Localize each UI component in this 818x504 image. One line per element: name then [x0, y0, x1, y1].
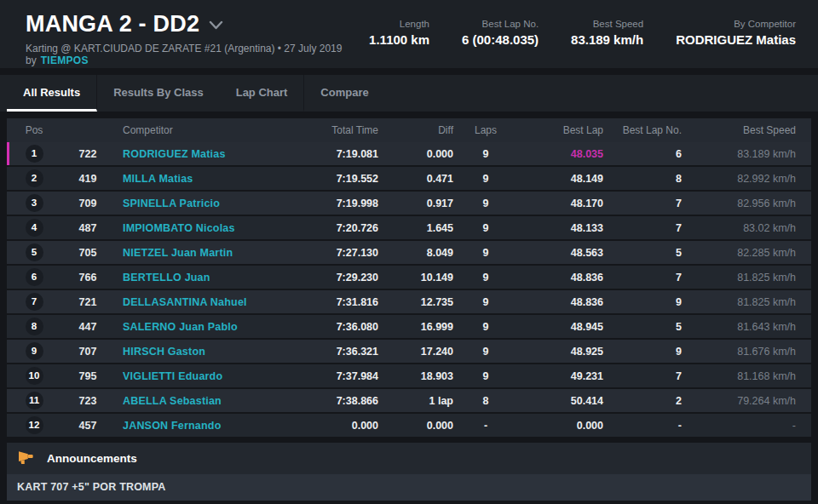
- best-lap-cell: 50.414: [516, 395, 605, 407]
- competitor-name-link[interactable]: VIGLIETTI Eduardo: [114, 370, 279, 382]
- table-row[interactable]: 2 419 MILLA Matias 7:19.552 0.471 9 48.1…: [7, 165, 811, 190]
- best-speed-cell: 82.992 km/h: [683, 173, 811, 185]
- total-time-cell: 7:19.998: [279, 198, 380, 209]
- diff-cell: 8.049: [380, 247, 455, 259]
- best-lap-no-cell: 9: [605, 346, 683, 358]
- best-lap-no-cell: 7: [605, 370, 683, 382]
- stat-best-lap-no-value: 6 (00:48.035): [462, 32, 539, 47]
- stat-best-lap-no: Best Lap No. 6 (00:48.035): [462, 19, 539, 47]
- table-row[interactable]: 4 487 IMPIOMBATO Nicolas 7:20.726 1.645 …: [7, 215, 811, 239]
- tiempos-link[interactable]: TIEMPOS: [41, 54, 89, 66]
- kart-number-cell: 487: [61, 222, 114, 234]
- diff-cell: 1 lap: [380, 395, 455, 407]
- best-lap-no-cell: 2: [605, 395, 683, 407]
- stat-length: Length 1.1100 km: [369, 19, 429, 47]
- best-speed-cell: 81.168 km/h: [683, 370, 811, 382]
- position-badge: 10: [26, 367, 43, 385]
- kart-number-cell: 722: [61, 148, 114, 160]
- table-row[interactable]: 9 707 HIRSCH Gaston 7:36.321 17.240 9 48…: [7, 338, 811, 363]
- laps-cell: 9: [455, 173, 516, 185]
- total-time-cell: 7:36.321: [279, 346, 380, 358]
- laps-cell: 9: [455, 272, 516, 284]
- kart-number-cell: 721: [61, 296, 114, 308]
- total-time-cell: 7:31.816: [279, 296, 380, 308]
- session-subtitle: Karting @ KART.CIUDAD DE ZARATE #21 (Arg…: [26, 43, 369, 66]
- competitor-name-link[interactable]: JANSON Fernando: [114, 420, 279, 432]
- table-row[interactable]: 6 766 BERTELLO Juan 7:29.230 10.149 9 48…: [7, 264, 811, 289]
- tab-all-results[interactable]: All Results: [7, 75, 97, 112]
- competitor-name-link[interactable]: BERTELLO Juan: [114, 272, 279, 284]
- table-row[interactable]: 3 709 SPINELLA Patricio 7:19.998 0.917 9…: [7, 190, 811, 215]
- competitor-name-link[interactable]: SPINELLA Patricio: [114, 198, 279, 209]
- col-header-competitor: Competitor: [114, 124, 279, 136]
- position-cell: 3: [7, 194, 61, 212]
- best-speed-cell: 81.825 km/h: [683, 272, 811, 284]
- laps-cell: 8: [455, 395, 516, 407]
- session-stats: Length 1.1100 km Best Lap No. 6 (00:48.0…: [369, 19, 796, 47]
- diff-cell: 16.999: [380, 321, 455, 333]
- table-header-row: Pos Competitor Total Time Diff Laps Best…: [7, 118, 811, 142]
- table-row[interactable]: 10 795 VIGLIETTI Eduardo 7:37.984 18.903…: [7, 363, 811, 387]
- diff-cell: 0.000: [380, 420, 455, 432]
- best-speed-cell: 83.189 km/h: [683, 148, 811, 160]
- competitor-name-link[interactable]: NIETZEL Juan Martin: [114, 247, 279, 259]
- position-badge: 3: [26, 194, 43, 212]
- stat-best-lap-no-label: Best Lap No.: [462, 19, 539, 29]
- competitor-name-link[interactable]: MILLA Matias: [114, 173, 279, 185]
- col-header-best-speed: Best Speed: [683, 124, 811, 136]
- competitor-name-link[interactable]: SALERNO Juan Pablo: [114, 321, 279, 333]
- best-lap-no-cell: -: [605, 420, 683, 432]
- position-badge: 1: [26, 145, 43, 163]
- best-lap-no-cell: 7: [605, 198, 683, 209]
- best-speed-cell: 79.264 km/h: [683, 395, 811, 407]
- best-speed-cell: 82.956 km/h: [683, 198, 811, 209]
- stat-length-value: 1.1100 km: [369, 32, 429, 47]
- position-cell: 2: [7, 169, 61, 187]
- competitor-name-link[interactable]: DELLASANTINA Nahuel: [114, 296, 279, 308]
- kart-number-cell: 709: [61, 198, 114, 209]
- position-cell: 9: [7, 342, 61, 360]
- tab-results-by-class[interactable]: Results By Class: [97, 75, 220, 112]
- position-cell: 1: [7, 145, 61, 163]
- laps-cell: 9: [455, 222, 516, 234]
- tab-lap-chart[interactable]: Lap Chart: [220, 75, 305, 112]
- stat-by-competitor-value: RODRIGUEZ Matias: [676, 32, 796, 47]
- best-speed-cell: 83.02 km/h: [683, 222, 811, 234]
- total-time-cell: 7:19.552: [279, 173, 380, 185]
- table-row[interactable]: 12 457 JANSON Fernando 0.000 0.000 - 0.0…: [7, 412, 811, 437]
- position-cell: 11: [7, 392, 61, 410]
- position-badge: 11: [26, 392, 43, 410]
- position-badge: 7: [26, 293, 43, 311]
- stat-by-competitor: By Competitor RODRIGUEZ Matias: [676, 19, 796, 47]
- table-row[interactable]: 8 447 SALERNO Juan Pablo 7:36.080 16.999…: [7, 313, 811, 338]
- total-time-cell: 7:20.726: [279, 222, 380, 234]
- laps-cell: -: [455, 420, 516, 432]
- kart-number-cell: 707: [61, 346, 114, 358]
- total-time-cell: 7:37.984: [279, 370, 380, 382]
- table-row[interactable]: 11 723 ABELLA Sebastian 7:38.866 1 lap 8…: [7, 387, 811, 412]
- competitor-name-link[interactable]: RODRIGUEZ Matias: [114, 148, 279, 160]
- best-speed-cell: 81.825 km/h: [683, 296, 811, 308]
- col-header-laps: Laps: [455, 124, 516, 136]
- total-time-cell: 7:36.080: [279, 321, 380, 333]
- total-time-cell: 7:27.130: [279, 247, 380, 259]
- diff-cell: 0.000: [380, 148, 455, 160]
- competitor-name-link[interactable]: IMPIOMBATO Nicolas: [114, 222, 279, 234]
- diff-cell: 0.471: [380, 173, 455, 185]
- position-badge: 5: [26, 243, 43, 261]
- table-row[interactable]: 1 722 RODRIGUEZ Matias 7:19.081 0.000 9 …: [7, 142, 811, 165]
- chevron-down-icon[interactable]: [209, 20, 223, 31]
- table-row[interactable]: 7 721 DELLASANTINA Nahuel 7:31.816 12.73…: [7, 289, 811, 313]
- laps-cell: 9: [455, 296, 516, 308]
- total-time-cell: 7:38.866: [279, 395, 380, 407]
- position-cell: 5: [7, 243, 61, 261]
- best-lap-cell: 48.836: [516, 296, 605, 308]
- announcement-item: KART 707 +5" POR TROMPA: [7, 474, 811, 501]
- diff-cell: 1.645: [380, 222, 455, 234]
- competitor-name-link[interactable]: HIRSCH Gaston: [114, 346, 279, 358]
- table-row[interactable]: 5 705 NIETZEL Juan Martin 7:27.130 8.049…: [7, 239, 811, 264]
- competitor-name-link[interactable]: ABELLA Sebastian: [114, 395, 279, 407]
- col-header-best-lap-no: Best Lap No.: [605, 124, 683, 136]
- best-lap-no-cell: 5: [605, 321, 683, 333]
- tab-compare[interactable]: Compare: [304, 75, 384, 112]
